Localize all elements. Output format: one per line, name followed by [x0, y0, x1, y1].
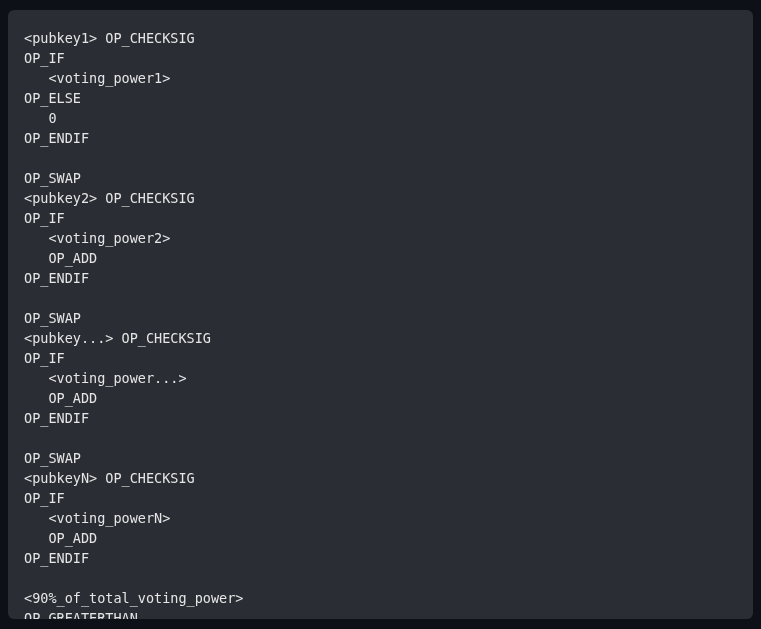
code-content: <pubkey1> OP_CHECKSIG OP_IF <voting_powe… — [24, 30, 243, 619]
code-block: <pubkey1> OP_CHECKSIG OP_IF <voting_powe… — [8, 10, 753, 619]
